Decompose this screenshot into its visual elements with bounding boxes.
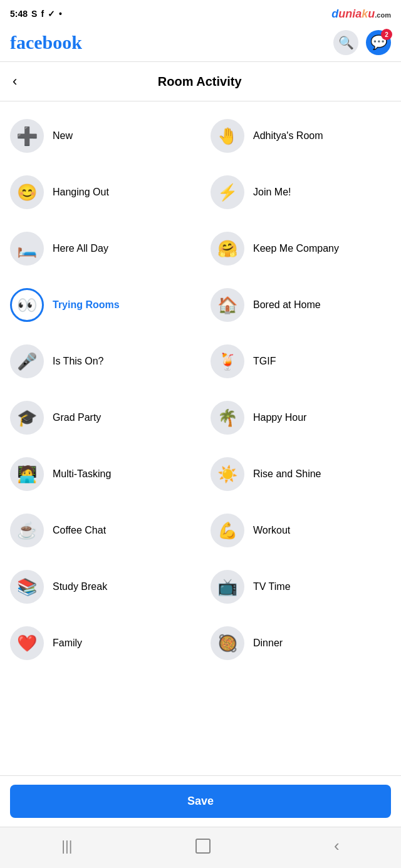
room-avatar-new: ➕ bbox=[10, 119, 44, 153]
room-avatar-keep-me-company: 🤗 bbox=[211, 232, 244, 266]
room-avatar-multi-tasking: 🧑‍💻 bbox=[10, 457, 44, 491]
room-label-join-me: Join Me! bbox=[253, 186, 291, 199]
room-avatar-here-all-day: 🛏️ bbox=[10, 232, 44, 266]
room-item-rise-and-shine[interactable]: ☀️ Rise and Shine bbox=[200, 446, 401, 502]
room-avatar-happy-hour: 🌴 bbox=[211, 401, 244, 435]
room-label-happy-hour: Happy Hour bbox=[253, 411, 306, 425]
room-avatar-hanging-out: 😊 bbox=[10, 175, 44, 209]
room-avatar-rise-and-shine: ☀️ bbox=[211, 457, 244, 491]
room-item-new[interactable]: ➕ New bbox=[0, 108, 200, 164]
room-label-coffee-chat: Coffee Chat bbox=[53, 524, 106, 537]
room-label-study-break: Study Break bbox=[53, 581, 107, 594]
room-label-here-all-day: Here All Day bbox=[53, 242, 108, 256]
room-label-hanging-out: Hanging Out bbox=[53, 186, 109, 199]
room-avatar-join-me: ⚡ bbox=[211, 175, 244, 209]
search-icon: 🔍 bbox=[338, 35, 354, 50]
search-button[interactable]: 🔍 bbox=[333, 30, 358, 55]
room-label-rise-and-shine: Rise and Shine bbox=[253, 468, 321, 481]
home-icon[interactable] bbox=[195, 839, 211, 854]
room-item-trying-rooms[interactable]: 👀 Trying Rooms bbox=[0, 277, 200, 333]
room-item-coffee-chat[interactable]: ☕ Coffee Chat bbox=[0, 502, 200, 559]
room-item-here-all-day[interactable]: 🛏️ Here All Day bbox=[0, 220, 200, 277]
room-item-happy-hour[interactable]: 🌴 Happy Hour bbox=[200, 390, 401, 446]
status-icon-check: ✓ bbox=[48, 9, 55, 19]
room-item-multi-tasking[interactable]: 🧑‍💻 Multi-Tasking bbox=[0, 446, 200, 502]
room-avatar-tv-time: 📺 bbox=[211, 570, 244, 604]
room-avatar-family: ❤️ bbox=[10, 626, 44, 660]
room-avatar-is-this-on: 🎤 bbox=[10, 344, 44, 378]
room-avatar-trying-rooms: 👀 bbox=[10, 288, 44, 322]
back-nav-icon[interactable]: ‹ bbox=[334, 836, 340, 855]
time-display: 5:48 bbox=[10, 9, 28, 19]
page-title-bar: ‹ Room Activity bbox=[0, 62, 401, 101]
room-item-keep-me-company[interactable]: 🤗 Keep Me Company bbox=[200, 220, 401, 277]
room-item-grad-party[interactable]: 🎓 Grad Party bbox=[0, 390, 200, 446]
room-item-join-me[interactable]: ⚡ Join Me! bbox=[200, 164, 401, 220]
room-label-multi-tasking: Multi-Tasking bbox=[53, 468, 111, 481]
room-avatar-study-break: 📚 bbox=[10, 570, 44, 604]
room-label-family: Family bbox=[53, 637, 82, 650]
room-avatar-coffee-chat: ☕ bbox=[10, 514, 44, 547]
room-label-grad-party: Grad Party bbox=[53, 411, 101, 425]
status-icon-s: S bbox=[31, 9, 37, 19]
bottom-nav: ||| ‹ bbox=[0, 827, 401, 868]
room-item-tgif[interactable]: 🍹 TGIF bbox=[200, 333, 401, 390]
room-label-trying-rooms: Trying Rooms bbox=[53, 299, 120, 312]
room-avatar-bored-at-home: 🏠 bbox=[211, 288, 244, 322]
room-label-bored-at-home: Bored at Home bbox=[253, 299, 321, 312]
room-item-hanging-out[interactable]: 😊 Hanging Out bbox=[0, 164, 200, 220]
header-icons: 🔍 💬 2 bbox=[333, 30, 391, 55]
room-item-bored-at-home[interactable]: 🏠 Bored at Home bbox=[200, 277, 401, 333]
room-avatar-grad-party: 🎓 bbox=[10, 401, 44, 435]
status-time: 5:48 S f ✓ • bbox=[10, 9, 62, 19]
room-label-tgif: TGIF bbox=[253, 355, 276, 368]
room-avatar-dinner: 🥘 bbox=[211, 626, 244, 660]
room-label-is-this-on: Is This On? bbox=[53, 355, 104, 368]
save-container: Save bbox=[0, 775, 401, 827]
room-item-adhityas-room[interactable]: 🤚 Adhitya's Room bbox=[200, 108, 401, 164]
messenger-badge: 2 bbox=[381, 29, 392, 40]
room-list: ➕ New 🤚 Adhitya's Room 😊 Hanging Out ⚡ J… bbox=[0, 101, 401, 775]
room-label-new: New bbox=[53, 130, 73, 143]
room-avatar-tgif: 🍹 bbox=[211, 344, 244, 378]
save-button[interactable]: Save bbox=[10, 785, 391, 818]
room-label-keep-me-company: Keep Me Company bbox=[253, 242, 339, 256]
status-right-area: duniaku.com bbox=[331, 8, 391, 21]
room-item-study-break[interactable]: 📚 Study Break bbox=[0, 559, 200, 615]
room-label-tv-time: TV Time bbox=[253, 581, 291, 594]
room-avatar-workout: 💪 bbox=[211, 514, 244, 547]
room-label-workout: Workout bbox=[253, 524, 290, 537]
room-item-family[interactable]: ❤️ Family bbox=[0, 615, 200, 671]
duniaku-logo: duniaku.com bbox=[331, 8, 391, 21]
status-icon-dot: • bbox=[59, 9, 62, 19]
room-item-workout[interactable]: 💪 Workout bbox=[200, 502, 401, 559]
room-item-dinner[interactable]: 🥘 Dinner bbox=[200, 615, 401, 671]
room-label-dinner: Dinner bbox=[253, 637, 283, 650]
room-grid: ➕ New 🤚 Adhitya's Room 😊 Hanging Out ⚡ J… bbox=[0, 108, 401, 671]
status-bar: 5:48 S f ✓ • duniaku.com bbox=[0, 0, 401, 25]
page-title: Room Activity bbox=[27, 75, 372, 89]
room-item-tv-time[interactable]: 📺 TV Time bbox=[200, 559, 401, 615]
menu-icon[interactable]: ||| bbox=[61, 838, 72, 854]
facebook-logo: facebook bbox=[10, 32, 82, 53]
room-avatar-adhityas-room: 🤚 bbox=[211, 119, 244, 153]
room-item-is-this-on[interactable]: 🎤 Is This On? bbox=[0, 333, 200, 390]
room-label-adhityas-room: Adhitya's Room bbox=[253, 130, 323, 143]
facebook-header: facebook 🔍 💬 2 bbox=[0, 25, 401, 62]
status-icon-fb: f bbox=[41, 9, 44, 19]
messenger-button[interactable]: 💬 2 bbox=[366, 30, 391, 55]
back-button[interactable]: ‹ bbox=[10, 71, 19, 92]
